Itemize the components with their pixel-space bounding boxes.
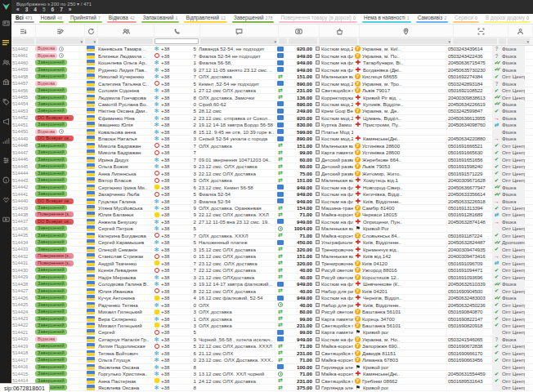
order-row-514444[interactable]: 514444ЗавершенийАнна Липенська+38322.12 … xyxy=(11,170,533,176)
column-filter-6[interactable] xyxy=(279,38,287,44)
order-row-514433[interactable]: 514433ЗавершенийОлексій Семанін✻+38315.1… xyxy=(11,247,533,253)
order-row-514435[interactable]: 514435ЗавершенийКатерина Богданова+387ОЛ… xyxy=(11,233,533,239)
order-row-514440[interactable]: 514440DO Возврат ок..Гуцалюк Галина✻+383… xyxy=(11,198,533,204)
order-row-514427[interactable]: 514427ЗавершенийЮлия Иванова+38822.12 см… xyxy=(11,287,533,294)
column-filter-8[interactable] xyxy=(319,38,357,44)
phone-filter-input[interactable] xyxy=(155,38,199,44)
order-row-514450[interactable]: 514450ВідмоваКовальова анна✻+38815.12. 9… xyxy=(11,129,533,136)
order-row-514448[interactable]: 514448ЗавершенийМикола Бадражан+387ОЛХ д… xyxy=(11,143,533,149)
page-button-4[interactable]: 4 xyxy=(34,7,37,12)
column-header-clients[interactable] xyxy=(98,24,155,37)
column-header-ttn-scan[interactable] xyxy=(454,24,509,37)
order-row-514453[interactable]: 514453ЗавершенийНікітіна Оксана Дми..✻+3… xyxy=(11,108,533,114)
tab-8[interactable]: Повернення товару (в дорозі)0 xyxy=(276,14,359,24)
column-header-source-person[interactable] xyxy=(508,24,533,37)
tab-6[interactable]: Відправлений12 xyxy=(181,14,229,24)
order-row-514447[interactable]: 514447ЗавершенийМикола Бадражан+387⇄99.0… xyxy=(11,149,533,156)
sidebar-item-clients[interactable] xyxy=(0,52,11,72)
order-row-514442[interactable]: 514442ЗавершенийСергіюнко Ірина Ми..+386… xyxy=(11,184,533,190)
sidebar-item-bank[interactable] xyxy=(0,72,11,91)
order-row-514413[interactable]: 514413ЗавершенийЯковлева Оксана✻+388⇄375… xyxy=(11,385,533,391)
sidebar-item-sliders[interactable] xyxy=(0,150,11,170)
sidebar-item-info[interactable] xyxy=(0,170,11,189)
order-row-514457[interactable]: 514457ВідмоваСалегина Татьяна С..+385Кем… xyxy=(11,80,533,87)
tab-7[interactable]: Завершений278 xyxy=(230,14,277,24)
column-header-status-sort[interactable] xyxy=(36,24,85,37)
column-filter-1[interactable]: ▾ xyxy=(36,38,83,44)
sidebar-item-stats[interactable] xyxy=(0,131,11,150)
order-row-514456[interactable]: 514456ЗавершенийСоломія Сідоніна✻+38127.… xyxy=(11,87,533,94)
order-row-514424[interactable]: 514424ЗавершенийМихаил Гилецький+383ОЛХ … xyxy=(11,309,533,315)
column-header-order-sort[interactable] xyxy=(11,24,36,37)
tab-5[interactable]: Запакований1 xyxy=(139,14,182,24)
column-filter-9[interactable]: ▾ xyxy=(359,38,451,44)
page-button-7[interactable]: 7 xyxy=(60,7,63,12)
sidebar-item-video[interactable] xyxy=(0,209,11,229)
sidebar-item-partners[interactable] xyxy=(0,189,11,209)
column-header-payment-eye[interactable] xyxy=(279,24,320,37)
order-row-514421[interactable]: 514421ЗавершенийСергей+38599.00Карта пам… xyxy=(11,329,533,336)
order-row-514426[interactable]: 514426ЗавершенийКучук Антонина+38416.12 … xyxy=(11,295,533,301)
order-row-514416[interactable]: 514416ЗавершенийЯковлева Оксана✻+388100.… xyxy=(11,364,533,371)
order-row-514436[interactable]: 514436ЗавершенийСергей Петров✻+3851004.0… xyxy=(11,225,533,232)
order-row-514422[interactable]: 514422ЗавершенийМихаил Гилецький+383ОЛХ … xyxy=(11,323,533,329)
tab-3[interactable]: Прийнятий7 xyxy=(66,14,105,24)
order-row-514441[interactable]: 514441ЗавершенийЗахарченко Люба+385Фиалк… xyxy=(11,191,533,198)
tab-1[interactable]: Всі471 xyxy=(11,14,37,24)
order-row-514432[interactable]: 514432Повернення (з..Станіслав Стрижак+3… xyxy=(11,253,533,260)
order-row-514419[interactable]: 514419ЗавершенийЛилия Подолинская+38522.… xyxy=(11,343,533,350)
order-row-514437[interactable]: 514437DO Возврат ок..Анжела Безушку✻+382… xyxy=(11,219,533,225)
column-filter-0[interactable] xyxy=(12,38,34,44)
order-row-514438[interactable]: 514438Повернення (з..Юлия Баланюк+38922.… xyxy=(11,212,533,218)
order-row-514452[interactable]: 514452DO Возврат ок..Єфименко Ніна✻+3822… xyxy=(11,115,533,122)
order-row-514439[interactable]: 514439ЗавершенийУляна Мусійовська✻+389ОЛ… xyxy=(11,205,533,212)
order-row-514429[interactable]: 514429ЗавершенийНадія Мерзаєва✻+38321.12… xyxy=(11,274,533,280)
tab-12[interactable]: В дорозі додому0 xyxy=(481,14,533,24)
order-row-514455[interactable]: 514455ЗавершенийЛюдмила Гончарова✻+388ОЛ… xyxy=(11,94,533,100)
tab-2[interactable]: Новий48 xyxy=(37,14,66,24)
sidebar-item-contacts-card[interactable] xyxy=(0,13,11,33)
order-row-514454[interactable]: 514454ЗавершенийСамотій Руслана Во..✻+38… xyxy=(11,101,533,108)
column-filter-11[interactable] xyxy=(499,38,506,44)
order-row-514462[interactable]: 514462ВідмоваКаневська Тамара ..✻+385Лав… xyxy=(11,46,533,52)
order-row-514461[interactable]: 514461ВідмоваБлизнюк Людмила ..+387Фиалк… xyxy=(11,52,533,59)
order-row-514414[interactable]: 514414ЗавершенийАнна Пастернак+38124.12 … xyxy=(11,378,533,385)
order-row-514445[interactable]: 514445ЗавершенийОльга Божик✻+38923.12 см… xyxy=(11,163,533,170)
sidebar-item-tags[interactable] xyxy=(0,91,11,111)
order-row-514423[interactable]: 514423ЗавершенийВера Скляренко✻+381ОЛХ д… xyxy=(11,315,533,322)
order-row-514458[interactable]: 514458ЗавершенийНиколай Кучеренко✻+387ОЛ… xyxy=(11,74,533,80)
page-button-5[interactable]: 5 xyxy=(43,7,46,12)
page-button-6[interactable]: 6 xyxy=(52,7,55,12)
column-filter-12[interactable]: ▾ xyxy=(508,38,530,44)
order-row-514459[interactable]: 514459ЗавершенийРуденко Лидия Пав..✻+389… xyxy=(11,66,533,73)
column-header-delivery-pin[interactable] xyxy=(360,24,453,37)
column-header-products-basket[interactable] xyxy=(320,24,360,37)
first-page-button[interactable]: « xyxy=(16,7,20,12)
order-row-514449[interactable]: 514449DO Возврат ок..Власюк Наталья✻+383… xyxy=(11,136,533,142)
order-row-514460[interactable]: 514460ЗавершенийКошелева Ольга Ар..✻+381… xyxy=(11,60,533,66)
order-row-514430[interactable]: 514430ЗавершенийКсенія Левадняя+38722.12… xyxy=(11,267,533,274)
sidebar-item-orders-list[interactable] xyxy=(0,33,11,52)
order-row-514431[interactable]: 514431Повернення (з..Андрій Ткаченко+387… xyxy=(11,261,533,267)
column-filter-5[interactable]: ▾ xyxy=(200,38,277,44)
order-row-514420[interactable]: 514420ВідмоваСитарчук Наталія Гр..✻+389Ч… xyxy=(11,336,533,343)
order-row-514418[interactable]: 514418ЗавершенийТетяна Войтович✻+38621.1… xyxy=(11,350,533,357)
order-row-514428[interactable]: 514428ЗавершенийСолодкова Галина В..✻+38… xyxy=(11,281,533,287)
column-filter-7[interactable] xyxy=(289,38,317,44)
shown-range-text[interactable]: Відображено з 200 по 250 ▾ / 471 xyxy=(16,1,92,7)
column-header-phone[interactable] xyxy=(155,24,200,37)
column-filter-2[interactable]: ▾ xyxy=(85,38,96,44)
page-button-3[interactable]: 3 xyxy=(25,7,29,12)
column-filter-3[interactable] xyxy=(98,38,153,44)
tab-9[interactable]: Нема в наявності1 xyxy=(360,14,414,24)
order-row-514434[interactable]: 514434ЗавершенийСергей Карамышев✻+385Нал… xyxy=(11,239,533,246)
order-row-514446[interactable]: 514446ЗавершенийИрина Дидух✻+38709.01 зв… xyxy=(11,157,533,163)
order-row-514415[interactable]: 514415ЗавершенийГоргулько Христина..✻+38… xyxy=(11,371,533,377)
order-row-514425[interactable]: 514425ЗавершенийРадченко Тетяна✻+380ОЛХ4… xyxy=(11,301,533,308)
column-header-refresh[interactable] xyxy=(85,24,99,37)
order-row-514443[interactable]: 514443ЗавершенийВіктор Власов+385ОЛХ дос… xyxy=(11,177,533,184)
sidebar-item-announce[interactable] xyxy=(0,111,11,131)
tab-4[interactable]: Відмова42 xyxy=(105,14,139,24)
order-row-514417[interactable]: 514417ЗавершенийОльга Глущук✻+38023.12 с… xyxy=(11,357,533,363)
order-row-514451[interactable]: 514451ЗавершенийІващенко Юлія✻+38219.12 … xyxy=(11,122,533,128)
